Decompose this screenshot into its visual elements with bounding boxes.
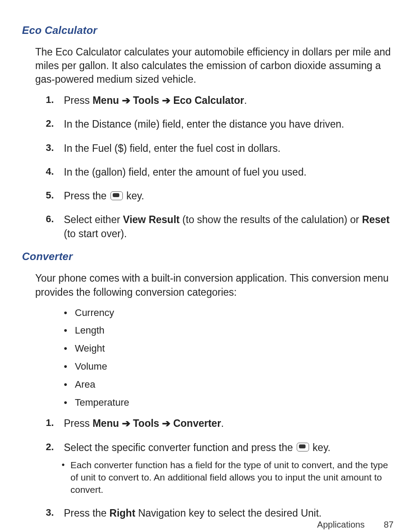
ok-key-icon: [111, 191, 123, 200]
footer-section-name: Applications: [317, 520, 365, 529]
converter-step-3: Press the Right Navigation key to select…: [35, 506, 398, 520]
page-number: 87: [384, 520, 394, 530]
converter-step-1: Press Menu ➔ Tools ➔ Converter.: [35, 416, 398, 430]
arrow-icon: ➔: [119, 418, 133, 429]
eco-steps-list: Press Menu ➔ Tools ➔ Eco Calculator. In …: [35, 93, 398, 241]
arrow-icon: ➔: [119, 95, 133, 106]
eco-step-5: Press the key.: [35, 189, 398, 203]
eco-step-6: Select either View Result (to show the r…: [35, 213, 398, 241]
step-text: Press the: [64, 507, 110, 519]
converter-label: Converter: [173, 418, 221, 429]
tools-label: Tools: [133, 95, 159, 106]
eco-step-3: In the Fuel ($) field, enter the fuel co…: [35, 141, 398, 155]
manual-page: Eco Calculator The Eco Calculator calcul…: [0, 0, 420, 532]
list-item: Temperature: [64, 396, 398, 410]
list-item: Area: [64, 378, 398, 392]
period: .: [244, 95, 247, 106]
ok-key-icon: [297, 443, 309, 451]
step-text: key.: [124, 190, 144, 202]
eco-step-1: Press Menu ➔ Tools ➔ Eco Calculator.: [35, 93, 398, 107]
right-label: Right: [110, 507, 136, 519]
step-text: key.: [310, 442, 331, 453]
heading-eco-calculator: Eco Calculator: [22, 24, 398, 37]
eco-calculator-label: Eco Calculator: [173, 95, 244, 106]
list-item: Weight: [64, 342, 398, 356]
list-item: Length: [64, 324, 398, 338]
eco-step-4: In the (gallon) field, enter the amount …: [35, 165, 398, 179]
eco-intro-paragraph: The Eco Calculator calculates your autom…: [35, 45, 398, 86]
step-text: Press: [64, 95, 92, 106]
step-text: Press the: [64, 190, 110, 202]
tools-label: Tools: [133, 418, 159, 429]
converter-categories-list: Currency Length Weight Volume Area Tempe…: [64, 306, 398, 410]
period: .: [221, 418, 224, 429]
step-text: (to start over).: [64, 228, 127, 239]
heading-converter: Converter: [22, 250, 398, 263]
menu-label: Menu: [92, 95, 119, 106]
step-text: Navigation key to select the desired Uni…: [135, 507, 321, 519]
list-item: Volume: [64, 360, 398, 374]
eco-step-2: In the Distance (mile) field, enter the …: [35, 117, 398, 131]
step-text: Select either: [64, 214, 123, 225]
converter-intro-paragraph: Your phone comes with a built-in convers…: [35, 272, 398, 299]
step-text: Select the specific converter function a…: [64, 442, 296, 453]
step-text: Press: [64, 418, 92, 429]
list-item: Each converter function has a field for …: [59, 459, 398, 496]
list-item: Currency: [64, 306, 398, 320]
arrow-icon: ➔: [159, 418, 173, 429]
view-result-label: View Result: [123, 214, 180, 225]
arrow-icon: ➔: [159, 95, 173, 106]
step-text: (to show the results of the calulation) …: [180, 214, 362, 225]
converter-step-2: Select the specific converter function a…: [35, 440, 398, 496]
reset-label: Reset: [362, 214, 390, 225]
converter-step-2-note: Each converter function has a field for …: [64, 459, 398, 496]
menu-label: Menu: [92, 418, 119, 429]
converter-steps-list: Press Menu ➔ Tools ➔ Converter. Select t…: [35, 416, 398, 520]
page-footer: Applications 87: [317, 520, 394, 530]
